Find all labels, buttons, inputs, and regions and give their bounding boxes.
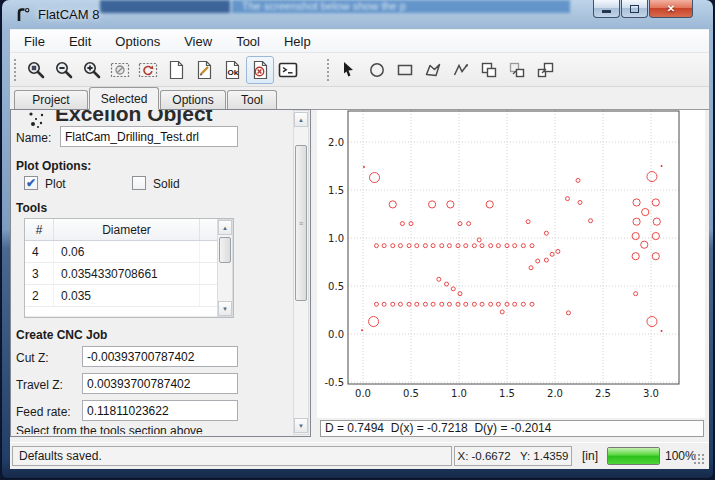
table-scrollbar-thumb[interactable] (219, 237, 231, 263)
tab-tool[interactable]: Tool (227, 90, 277, 110)
panel-heading: Excellon Object (55, 110, 213, 126)
units-indicator: [in] (582, 449, 598, 463)
draw-rectangle-tool-button[interactable] (391, 56, 419, 84)
tool-diameter-cell[interactable]: 0.06 (54, 241, 200, 262)
table-scrollbar[interactable]: ▲ ▼ (217, 219, 233, 317)
scroll-down-arrow[interactable]: ▼ (294, 418, 308, 433)
drill-hole-marker (363, 166, 365, 168)
svg-text:2.0: 2.0 (547, 388, 563, 399)
svg-text:1.0: 1.0 (451, 388, 467, 399)
status-message: Defaults saved. (12, 446, 452, 466)
menu-edit[interactable]: Edit (57, 31, 103, 52)
drill-hole-marker (361, 329, 363, 331)
tool-number-cell[interactable]: 2 (25, 285, 54, 306)
svg-text:0.0: 0.0 (355, 388, 371, 399)
toolbar-drag-handle[interactable] (13, 58, 18, 82)
svg-text:0.5: 0.5 (328, 281, 344, 292)
menu-file[interactable]: File (12, 31, 57, 52)
name-input[interactable] (60, 126, 238, 147)
update-geometry-ok-button[interactable]: Ok (218, 56, 246, 84)
feed-rate-label: Feed rate: (16, 405, 71, 419)
replot-button[interactable] (134, 56, 162, 84)
svg-text:-0.5: -0.5 (324, 377, 344, 388)
solid-checkbox-label[interactable]: Solid (153, 177, 180, 191)
minimize-button[interactable] (593, 0, 620, 18)
tools-table-header[interactable]: # Diameter (25, 219, 233, 241)
plot-checkbox[interactable]: ✔ (24, 176, 38, 190)
new-file-button[interactable] (162, 56, 190, 84)
tools-section-note: Select from the tools section above (16, 424, 203, 434)
column-header-number[interactable]: # (25, 219, 54, 240)
tool-diameter-cell[interactable]: 0.035 (54, 285, 200, 306)
polygon-union-tool-button[interactable] (475, 56, 503, 84)
panel-scrollbar[interactable]: ▲ ≡ ▼ (293, 110, 309, 435)
menu-help[interactable]: Help (272, 31, 323, 52)
excellon-object-panel: Excellon Object Name: Plot Options: ✔ Pl… (12, 110, 293, 434)
tab-bar: Project Selected Options Tool (10, 87, 709, 110)
panel-scrollbar-thumb[interactable]: ≡ (295, 145, 307, 301)
feed-rate-input[interactable] (82, 400, 238, 421)
scroll-down-arrow[interactable]: ▼ (218, 301, 232, 316)
travel-z-input[interactable] (82, 373, 238, 394)
clear-plot-button[interactable] (106, 56, 134, 84)
travel-z-label: Travel Z: (16, 378, 63, 392)
column-header-diameter[interactable]: Diameter (54, 219, 200, 240)
close-button[interactable]: ✕ (649, 0, 693, 18)
command-shell-button[interactable] (274, 56, 302, 84)
tools-label: Tools (16, 201, 47, 215)
copy-objects-tool-button[interactable] (503, 56, 531, 84)
cut-z-input[interactable] (82, 346, 238, 367)
title-bar[interactable]: FlatCAM 8 ✕ (2, 0, 713, 29)
svg-text:1.0: 1.0 (328, 233, 344, 244)
table-row[interactable]: 3 0.0354330708661 (25, 263, 233, 285)
solid-checkbox[interactable]: ✔ (132, 176, 146, 190)
cnc-job-heading: Create CNC Job (16, 328, 107, 342)
drill-plot[interactable]: 0.00.51.01.52.02.53.0-0.50.00.51.01.52.0 (317, 110, 705, 418)
menu-options[interactable]: Options (103, 31, 172, 52)
edit-geometry-button[interactable] (190, 56, 218, 84)
cut-z-label: Cut Z: (16, 351, 49, 365)
zoom-out-button[interactable] (50, 56, 78, 84)
zoom-fit-button[interactable] (22, 56, 50, 84)
draw-circle-tool-button[interactable] (363, 56, 391, 84)
menu-tool[interactable]: Tool (224, 31, 272, 52)
flatcam-logo-icon (14, 6, 32, 24)
plot-options-label: Plot Options: (16, 159, 91, 173)
measurement-readout: D = 0.7494 D(x) = -0.7218 D(y) = -0.2014 (320, 420, 704, 437)
drill-hole-marker (661, 165, 663, 167)
status-bar: Defaults saved. X: -0.6672 Y: 1.4359 [in… (10, 442, 709, 468)
delete-object-button[interactable] (246, 56, 274, 84)
select-tool-button[interactable] (335, 56, 363, 84)
tool-diameter-cell[interactable]: 0.0354330708661 (54, 263, 200, 284)
draw-polygon-tool-button[interactable] (419, 56, 447, 84)
maximize-button[interactable] (621, 0, 648, 18)
scroll-up-arrow[interactable]: ▲ (218, 220, 232, 235)
table-row[interactable]: 4 0.06 (25, 241, 233, 263)
coordinates-readout: X: -0.6672 Y: 1.4359 (454, 446, 572, 466)
progress-fill (608, 448, 659, 464)
tab-selected[interactable]: Selected (89, 87, 159, 110)
svg-text:2.0: 2.0 (328, 137, 344, 148)
tab-options[interactable]: Options (160, 90, 226, 110)
flatcam-window: The screenshot below show the p FlatCAM … (2, 0, 713, 478)
svg-text:3.0: 3.0 (643, 388, 659, 399)
scroll-up-arrow[interactable]: ▲ (294, 112, 308, 127)
table-row[interactable]: 2 0.035 (25, 285, 233, 307)
menu-view[interactable]: View (172, 31, 224, 52)
tab-project[interactable]: Project (14, 90, 88, 110)
name-label: Name: (16, 131, 51, 145)
plot-checkbox-label[interactable]: Plot (45, 177, 66, 191)
tool-number-cell[interactable]: 4 (25, 241, 54, 262)
table-row-partial[interactable] (25, 307, 233, 317)
toolbar: Ok (10, 53, 709, 87)
zoom-in-button[interactable] (78, 56, 106, 84)
window-title: FlatCAM 8 (38, 7, 99, 22)
svg-text:1.5: 1.5 (499, 388, 515, 399)
move-objects-tool-button[interactable] (531, 56, 559, 84)
tool-number-cell[interactable]: 3 (25, 263, 54, 284)
draw-path-tool-button[interactable] (447, 56, 475, 84)
toolbar-drag-handle[interactable] (326, 58, 331, 82)
resize-grip-icon[interactable] (693, 453, 705, 465)
progress-percent: 100% (665, 449, 696, 463)
plot-canvas[interactable]: 0.00.51.01.52.02.53.0-0.50.00.51.01.52.0 (317, 110, 705, 418)
